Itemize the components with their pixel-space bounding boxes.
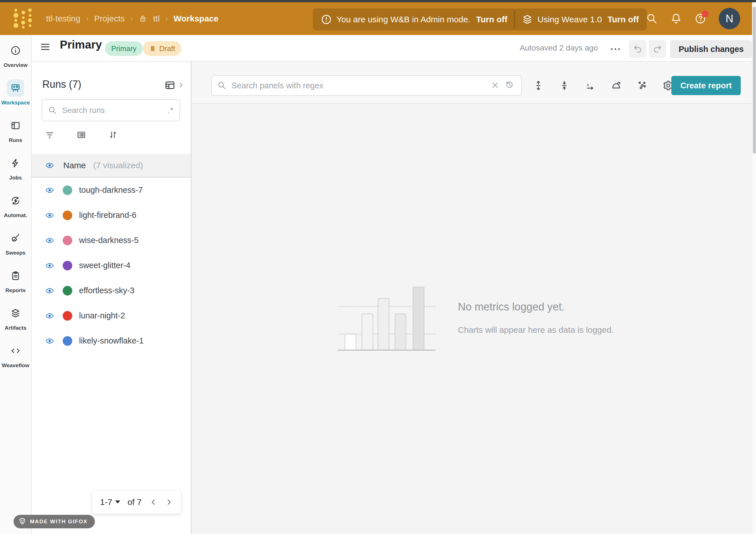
warning-icon — [321, 14, 332, 25]
sidebar-item-overview[interactable]: Overview — [0, 42, 31, 79]
eye-icon[interactable] — [43, 261, 56, 270]
eye-icon[interactable] — [43, 337, 56, 345]
chart-bar — [395, 313, 406, 350]
history-icon — [505, 80, 516, 91]
x-axis-icon[interactable]: x — [584, 79, 597, 92]
visualized-count: (7 visualized) — [93, 161, 143, 170]
chart-baseline — [338, 350, 435, 351]
automations-icon — [7, 192, 24, 209]
run-color-dot[interactable] — [63, 336, 72, 346]
page-range-dropdown[interactable]: 1-7 — [100, 497, 120, 507]
chart-bar — [413, 287, 424, 350]
overflow-menu-icon[interactable] — [609, 44, 622, 54]
sidebar-item-workspace[interactable]: Workspace — [0, 79, 31, 117]
weave-turn-off-button[interactable]: Turn off — [608, 15, 639, 24]
breadcrumb: ttl-testing›Projects›ttl›Workspace — [46, 2, 219, 35]
chart-bar — [362, 313, 373, 350]
runs-search-input[interactable] — [62, 106, 163, 115]
run-name[interactable]: likely-snowflake-1 — [79, 336, 144, 345]
regex-toggle[interactable]: .* — [167, 106, 174, 115]
eye-icon[interactable] — [43, 211, 56, 220]
sidebar-item-weaveflow[interactable]: Weaveflow — [0, 342, 31, 380]
clear-search-icon[interactable] — [491, 81, 500, 90]
run-name[interactable]: lunar-night-2 — [79, 311, 125, 320]
filter-icon[interactable] — [42, 127, 57, 142]
sidebar-item-jobs[interactable]: Jobs — [0, 154, 31, 192]
panels-content-area — [191, 104, 756, 534]
smoothing-icon[interactable] — [610, 79, 623, 92]
weave-banner: Using Weave 1.0 Turn off — [514, 9, 647, 31]
expand-runs-table-button[interactable] — [164, 80, 186, 91]
bell-icon[interactable] — [670, 13, 682, 25]
run-row[interactable]: lunar-night-2 — [32, 303, 191, 328]
hamburger-menu-icon[interactable] — [40, 41, 51, 52]
run-name[interactable]: light-firebrand-6 — [79, 211, 136, 220]
wandb-logo-icon[interactable] — [13, 9, 33, 29]
breadcrumb-item[interactable]: Projects — [94, 14, 124, 23]
eye-icon[interactable] — [43, 186, 56, 195]
sidebar-item-artifacts[interactable]: Artifacts — [0, 305, 31, 342]
sidebar-item-automat[interactable]: Automat. — [0, 192, 31, 229]
runs-filter-toolbar — [42, 127, 120, 142]
weave-banner-text: Using Weave 1.0 — [537, 15, 602, 24]
run-name[interactable]: sweet-glitter-4 — [79, 261, 130, 270]
run-row[interactable]: wise-darkness-5 — [32, 228, 191, 253]
run-row[interactable]: sweet-glitter-4 — [32, 253, 191, 278]
table-icon — [7, 117, 24, 134]
undo-button[interactable] — [629, 40, 646, 58]
runs-pagination: 1-7 of 7 — [92, 490, 181, 514]
empty-state-title: No metrics logged yet. — [458, 301, 565, 313]
run-color-dot[interactable] — [63, 261, 72, 270]
run-row[interactable]: tough-darkness-7 — [32, 177, 191, 203]
run-color-dot[interactable] — [63, 185, 72, 195]
draft-badge: Draft — [143, 41, 181, 56]
eye-icon[interactable] — [43, 236, 56, 245]
eye-icon[interactable] — [43, 311, 56, 320]
next-page-button[interactable] — [165, 498, 173, 506]
breadcrumb-item[interactable]: Workspace — [173, 14, 219, 23]
run-color-dot[interactable] — [63, 211, 72, 220]
run-row[interactable]: effortless-sky-3 — [32, 278, 191, 303]
prev-page-button[interactable] — [149, 498, 157, 506]
scrollbar-thumb[interactable] — [753, 7, 756, 153]
eye-icon[interactable] — [43, 161, 56, 170]
avatar[interactable]: N — [719, 8, 740, 29]
publish-changes-button[interactable]: Publish changes — [670, 40, 752, 58]
search-icon — [48, 106, 57, 115]
sidebar-item-label: Artifacts — [5, 325, 26, 331]
panels-search-input[interactable] — [231, 81, 486, 91]
run-color-dot[interactable] — [63, 311, 72, 321]
vertical-scrollbar[interactable] — [752, 2, 756, 534]
collapse-vertical-icon[interactable] — [558, 79, 571, 92]
expand-vertical-icon[interactable] — [532, 79, 545, 92]
help-icon[interactable] — [694, 13, 706, 25]
run-name[interactable]: wise-darkness-5 — [79, 236, 139, 245]
sidebar-item-runs[interactable]: Runs — [0, 117, 31, 154]
breadcrumb-separator: › — [86, 14, 89, 23]
breadcrumb-item[interactable]: ttl — [153, 14, 159, 23]
name-column-label: Name — [63, 161, 86, 170]
create-report-button[interactable]: Create report — [671, 76, 741, 95]
admin-turn-off-button[interactable]: Turn off — [476, 15, 507, 24]
redo-button[interactable] — [649, 40, 666, 58]
eye-icon[interactable] — [43, 286, 56, 295]
group-icon[interactable] — [74, 127, 89, 142]
run-name[interactable]: effortless-sky-3 — [79, 286, 134, 295]
outliers-icon[interactable] — [636, 79, 649, 92]
run-name[interactable]: tough-darkness-7 — [79, 185, 143, 195]
sort-icon[interactable] — [106, 127, 120, 142]
run-color-dot[interactable] — [63, 286, 72, 296]
sidebar-item-reports[interactable]: Reports — [0, 267, 31, 305]
run-row[interactable]: light-firebrand-6 — [32, 203, 191, 228]
run-list: tough-darkness-7light-firebrand-6wise-da… — [32, 177, 191, 353]
sidebar-item-sweeps[interactable]: Sweeps — [0, 229, 31, 267]
chevron-right-icon — [177, 82, 185, 89]
draft-icon — [149, 45, 156, 52]
breadcrumb-item[interactable]: ttl-testing — [46, 14, 80, 23]
sidebar-item-label: Overview — [4, 62, 28, 68]
empty-state-chart — [338, 285, 435, 351]
info-icon — [7, 42, 24, 59]
run-color-dot[interactable] — [63, 236, 72, 245]
run-row[interactable]: likely-snowflake-1 — [32, 328, 191, 353]
search-icon[interactable] — [646, 13, 658, 25]
